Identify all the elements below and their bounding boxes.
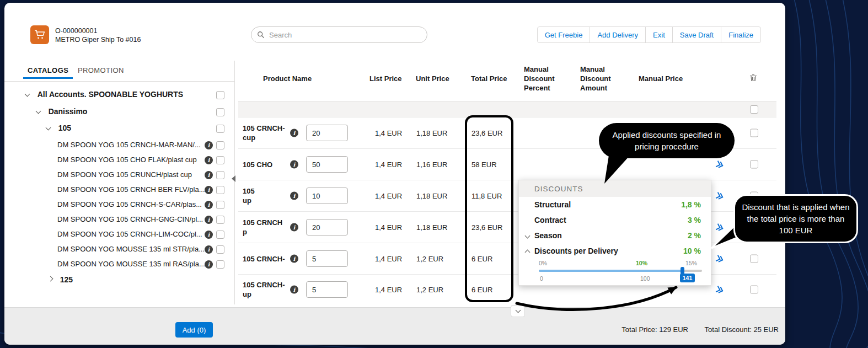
column-header-total-price: Total Price [471,74,507,83]
info-icon[interactable]: i [205,171,213,179]
product-name-cell: 105 CRNCH- [243,254,293,264]
info-icon[interactable]: i [290,223,298,232]
chevron-down-icon[interactable] [25,92,30,97]
tree-node-next-group[interactable]: 125 [49,275,115,282]
column-header-list-price: List Price [369,74,402,83]
tab-promotion[interactable]: PROMOTION [78,66,124,74]
product-checkbox[interactable] [216,141,224,149]
discount-row-structural: Structural 1,8 % [519,197,711,212]
info-icon[interactable]: i [205,201,213,209]
finalize-button[interactable]: Finalize [721,26,761,43]
catalog-product-label[interactable]: DM SPOON YOG 105 CRNCH BER FLV/pla... [57,185,205,194]
save-draft-button[interactable]: Save Draft [672,26,721,43]
total-price-cell: 6 EUR [471,286,492,294]
product-checkbox[interactable] [216,216,224,224]
total-price-cell: 11,8 EUR [471,192,502,200]
total-price-cell: 6 EUR [471,255,492,263]
quantity-input[interactable] [306,188,348,204]
info-icon[interactable]: i [205,245,213,254]
discount-label: Structural [534,200,571,209]
row-checkbox[interactable] [750,129,758,137]
product-checkbox[interactable] [216,245,224,254]
chevron-up-icon[interactable] [525,249,531,255]
tree-checkbox[interactable] [216,108,224,116]
tree-node-label[interactable]: 125 [60,275,73,282]
trash-icon[interactable] [749,73,758,84]
tree-node-label[interactable]: All Accounts. SPOONABLE YOGHURTS [37,90,183,99]
info-icon[interactable]: i [205,156,213,164]
chevron-down-icon[interactable] [36,109,41,114]
chevron-down-icon[interactable] [46,125,51,131]
get-freebie-button[interactable]: Get Freebie [537,26,591,43]
unit-price-cell: 1,18 EUR [416,192,447,200]
product-checkbox[interactable] [216,201,224,209]
order-header: O-000000001 METRO Giper Ship To #016 [55,26,141,44]
expand-row-icon[interactable] [714,192,723,200]
discount-label: Contract [534,216,566,224]
quantity-input[interactable] [306,156,348,173]
expand-row-icon[interactable] [714,224,723,231]
catalog-product-label[interactable]: DM SPOON YOG MOUSSE 135 ml RAS/pla... [57,260,205,268]
chevron-right-icon[interactable] [49,276,53,282]
tree-checkbox[interactable] [216,125,224,133]
discount-value: 10 % [683,247,701,255]
quantity-input[interactable] [306,219,348,235]
info-icon[interactable]: i [290,192,298,200]
list-price-cell: 1,4 EUR [375,192,402,200]
expand-row-icon[interactable] [714,255,723,263]
discounts-popup: DISCOUNTS Structural 1,8 % Contract 3 % … [518,180,711,286]
cart-icon [30,25,49,44]
quantity-input[interactable] [306,250,348,267]
order-number: O-000000001 [55,26,141,35]
exit-button[interactable]: Exit [645,26,673,43]
cart-glyph [34,29,45,40]
catalog-product-label[interactable]: DM SPOON YOG 105 CRNCH-GNG-CIN/pl... [57,215,203,223]
catalog-product-label[interactable]: DM SPOON YOG 105 CRNCH-MAR-MAN/... [57,141,201,149]
info-icon[interactable]: i [205,216,213,224]
scroll-down-button[interactable] [511,305,525,317]
tree-node-label[interactable]: 105 [58,124,71,132]
row-checkbox[interactable] [750,286,758,294]
product-checkbox[interactable] [216,231,224,239]
info-icon[interactable]: i [290,129,298,137]
tree-checkbox[interactable] [216,91,224,99]
quantity-input[interactable] [306,281,348,298]
catalog-product-label[interactable]: DM SPOON YOG 105 CRNCH-S-CAR/plas... [57,200,202,208]
row-checkbox[interactable] [750,255,758,263]
discount-value: 3 % [688,216,701,224]
product-checkbox[interactable] [216,260,224,269]
product-checkbox[interactable] [216,171,224,179]
catalog-product-label[interactable]: DM SPOON YOG 105 CRNCH-LIM-COC/pl... [57,230,202,238]
tree-node-label[interactable]: Danissimo [49,107,88,116]
info-icon[interactable]: i [290,255,298,263]
chevron-down-icon[interactable] [525,233,531,238]
slider-track[interactable] [539,270,702,272]
product-name-cell: 105 CRNCH- up [243,280,293,299]
list-item: DM SPOON YOG 105 CRNCH-S-CAR/plas... i [57,200,229,212]
catalog-product-label[interactable]: DM SPOON YOG 105 CRUNCH/plast cup [57,170,192,179]
quantity-input[interactable] [306,125,348,141]
catalog-product-label[interactable]: DM SPOON YOG 105 CHO FLAK/plast cup [57,156,197,164]
chevron-down-icon [515,308,521,313]
expand-row-icon[interactable] [714,286,723,293]
add-delivery-button[interactable]: Add Delivery [590,26,646,43]
collapse-panel-arrow-icon[interactable] [232,175,235,182]
info-icon[interactable]: i [205,186,213,194]
info-icon[interactable]: i [205,141,213,149]
info-icon[interactable]: i [290,286,298,294]
tab-catalogs[interactable]: CATALOGS [28,66,68,74]
info-icon[interactable]: i [205,260,213,269]
list-item: DM SPOON YOG 105 CRNCH BER FLV/pla... i [57,185,229,197]
add-button[interactable]: Add (0) [175,322,213,338]
product-checkbox[interactable] [216,186,224,194]
product-checkbox[interactable] [216,156,224,164]
info-icon[interactable]: i [290,160,298,169]
active-tab-underline [23,77,73,79]
row-checkbox[interactable] [750,160,758,169]
search-input[interactable] [269,31,421,39]
expand-row-icon[interactable] [714,161,723,168]
list-price-cell: 1,4 EUR [375,223,402,232]
select-all-checkbox[interactable] [750,105,758,114]
catalog-product-label[interactable]: DM SPOON YOG MOUSSE 135 ml STR/pla... [57,245,205,253]
info-icon[interactable]: i [205,231,213,239]
